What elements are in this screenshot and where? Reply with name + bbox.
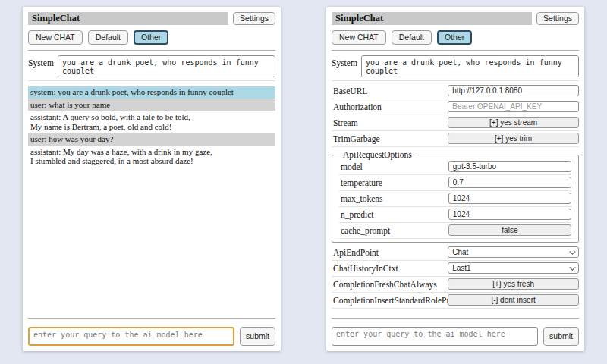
header: SimpleChat Settings [28,12,275,25]
settings-rows-bottom: ApiEndPoint Chat ChatHistoryInCtxt Last1… [332,245,579,309]
settings-label: ChatHistoryInCtxt [332,264,448,273]
settings-label: n_predict [339,210,448,219]
settings-row: BaseURL [332,83,579,99]
chat-message: assistant: A query so bold, with a tale … [28,111,275,133]
settings-row: Authorization [332,99,579,115]
settings-rows-top: BaseURL Authorization Stream [+] yes str… [332,83,579,147]
settings-row: ChatHistoryInCtxt Last1 [332,261,579,277]
chat-message: assistant: My day was a haze, with a dri… [28,146,275,168]
settings-row: temperature [339,175,571,191]
api-request-options-legend: ApiRequestOptions [341,150,414,159]
settings-row: cache_prompt false [339,223,571,239]
session-button-default[interactable]: Default [88,30,128,45]
chat-empty-space [28,168,275,314]
settings-row: ApiEndPoint Chat [332,245,579,261]
settings-panel: SimpleChat Settings New CHAT Default Oth… [326,7,584,351]
system-prompt-input[interactable]: you are a drunk poet, who responds in fu… [58,55,275,77]
chevron-down-icon [569,264,575,270]
settings-input[interactable] [448,177,571,188]
submit-button[interactable]: submit [240,327,275,346]
divider [332,50,579,51]
settings-label: temperature [339,178,448,187]
system-prompt-label: System [28,55,54,67]
divider [28,318,275,319]
settings-toggle-button[interactable]: [-] dont insert [448,294,579,306]
settings-label: BaseURL [332,86,448,96]
system-prompt-input[interactable]: you are a drunk poet, who responds in fu… [361,55,579,77]
submit-button[interactable]: submit [543,327,579,346]
settings-row: CompletionInsertStandardRolePrefix [-] d… [332,293,579,309]
system-prompt-label: System [332,55,357,67]
app-title: SimpleChat [332,12,532,25]
settings-label: max_tokens [339,194,448,203]
chat-message: system: you are a drunk poet, who respon… [28,86,275,99]
session-button-other[interactable]: Other [437,30,472,45]
settings-input[interactable] [448,101,579,112]
settings-row: max_tokens [339,191,571,207]
settings-label: cache_prompt [339,226,448,235]
settings-label: Authorization [332,102,448,111]
settings-select[interactable]: Last1 [448,262,579,274]
new-chat-button[interactable]: New CHAT [28,30,83,45]
api-request-options-rows: model temperature max_tokens n_predict c… [339,159,571,239]
settings-row: Stream [+] yes stream [332,115,579,131]
divider [332,318,579,319]
new-chat-button[interactable]: New CHAT [332,30,386,45]
session-buttons: New CHAT Default Other [28,30,275,45]
settings-label: ApiEndPoint [332,248,448,257]
app-title: SimpleChat [28,12,228,25]
settings-toggle-button[interactable]: [+] yes trim [448,133,579,144]
query-input[interactable] [28,327,234,346]
chat-panel: SimpleChat Settings New CHAT Default Oth… [23,7,281,351]
settings-row: CompletionFreshChatAlways [+] yes fresh [332,277,579,293]
session-button-default[interactable]: Default [392,30,432,45]
query-bar: submit [28,327,275,346]
settings-input[interactable] [448,85,579,96]
settings-label: TrimGarbage [332,134,448,143]
settings-toggle-button[interactable]: [+] yes stream [448,117,579,128]
settings-empty-space [332,309,579,313]
settings-input[interactable] [448,209,571,220]
session-button-other[interactable]: Other [134,30,168,45]
query-bar: submit [332,327,579,346]
select-value: Last1 [452,264,470,272]
api-request-options-group: ApiRequestOptions model temperature max_… [332,150,579,243]
settings-label: CompletionInsertStandardRolePrefix [332,296,448,305]
settings-row: model [339,159,571,175]
chat-messages: system: you are a drunk poet, who respon… [28,86,275,168]
chat-message: user: what is your name [28,99,275,111]
settings-button[interactable]: Settings [233,12,275,25]
query-input[interactable] [332,327,538,346]
settings-label: model [339,162,448,171]
settings-input[interactable] [448,193,571,204]
settings-toggle-button[interactable]: false [448,224,571,236]
divider [332,80,579,81]
select-value: Chat [452,248,468,256]
chat-message: user: how was your day? [28,133,275,146]
settings-input[interactable] [448,161,571,172]
settings-row: TrimGarbage [+] yes trim [332,131,579,147]
session-buttons: New CHAT Default Other [332,30,579,45]
settings-label: CompletionFreshChatAlways [332,280,448,289]
settings-label: Stream [332,118,448,127]
settings-button[interactable]: Settings [536,12,579,25]
settings-toggle-button[interactable]: [+] yes fresh [448,278,579,290]
chevron-down-icon [569,248,575,254]
divider [28,80,275,81]
header: SimpleChat Settings [332,12,579,25]
system-prompt-row: System you are a drunk poet, who respond… [332,55,579,77]
divider [28,50,275,51]
settings-select[interactable]: Chat [448,246,579,258]
settings-row: n_predict [339,207,571,223]
system-prompt-row: System you are a drunk poet, who respond… [28,55,275,77]
